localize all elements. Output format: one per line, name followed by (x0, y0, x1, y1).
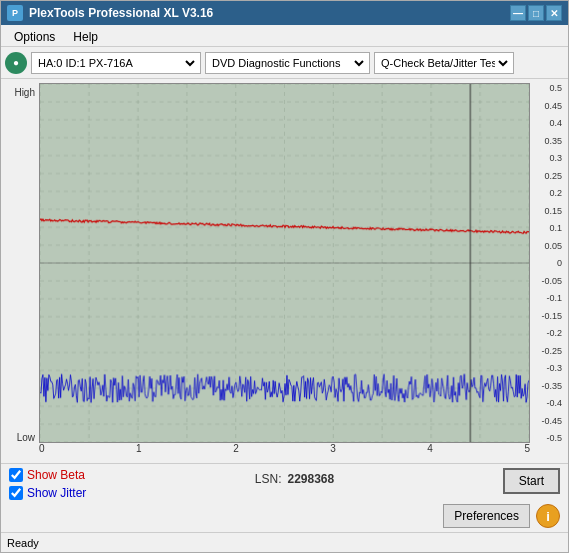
menu-help[interactable]: Help (64, 27, 107, 44)
window-controls: — □ ✕ (510, 5, 562, 21)
preferences-button[interactable]: Preferences (443, 504, 530, 528)
function-dropdown[interactable]: DVD Diagnostic Functions (205, 52, 370, 74)
chart-y-axis-right: 0.5 0.45 0.4 0.35 0.3 0.25 0.2 0.15 0.1 … (530, 83, 564, 443)
info-button[interactable]: i (536, 504, 560, 528)
device-icon: ● (5, 52, 27, 74)
show-jitter-item: Show Jitter (9, 486, 86, 500)
chart-low-label: Low (5, 432, 35, 443)
close-button[interactable]: ✕ (546, 5, 562, 21)
show-jitter-checkbox[interactable] (9, 486, 23, 500)
show-beta-checkbox[interactable] (9, 468, 23, 482)
title-bar: P PlexTools Professional XL V3.16 — □ ✕ (1, 1, 568, 25)
chart-x-axis: 0 1 2 3 4 5 (39, 443, 530, 457)
bottom-buttons: Preferences i (9, 504, 560, 528)
maximize-button[interactable]: □ (528, 5, 544, 21)
start-button[interactable]: Start (503, 468, 560, 494)
chart-box (39, 83, 530, 443)
lsn-label: LSN: (255, 472, 282, 486)
minimize-button[interactable]: — (510, 5, 526, 21)
status-bar: Ready (1, 532, 568, 552)
chart-high-label: High (5, 87, 35, 98)
show-beta-label: Show Beta (27, 468, 85, 482)
menu-bar: Options Help (1, 25, 568, 47)
status-text: Ready (7, 537, 39, 549)
bottom-panel: Show Beta Show Jitter LSN: 2298368 Start… (1, 463, 568, 532)
device-select[interactable]: HA:0 ID:1 PX-716A (34, 56, 198, 70)
toolbar: ● HA:0 ID:1 PX-716A DVD Diagnostic Funct… (1, 47, 568, 79)
device-dropdown[interactable]: HA:0 ID:1 PX-716A (31, 52, 201, 74)
app-icon: P (7, 5, 23, 21)
show-beta-item: Show Beta (9, 468, 86, 482)
chart-canvas (40, 84, 529, 442)
test-dropdown[interactable]: Q-Check Beta/Jitter Test (374, 52, 514, 74)
menu-options[interactable]: Options (5, 27, 64, 44)
main-window: P PlexTools Professional XL V3.16 — □ ✕ … (0, 0, 569, 553)
function-select[interactable]: DVD Diagnostic Functions (208, 56, 367, 70)
chart-area: High Low 0.5 0.45 0.4 0.35 0.3 0.25 0.2 … (1, 79, 568, 463)
lsn-value: 2298368 (287, 472, 334, 486)
show-jitter-label: Show Jitter (27, 486, 86, 500)
chart-container: High Low 0.5 0.45 0.4 0.35 0.3 0.25 0.2 … (5, 83, 564, 459)
window-title: PlexTools Professional XL V3.16 (29, 6, 510, 20)
test-select[interactable]: Q-Check Beta/Jitter Test (377, 56, 511, 70)
